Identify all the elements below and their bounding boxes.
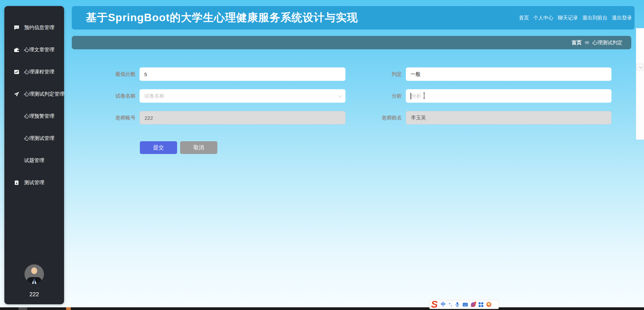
form-row: 试卷名称 试卷名称 分析 分析 (95, 89, 611, 103)
sidebar-menu: 预约信息管理 心理文章管理 心理课程管理 心理测试判定管理 (4, 6, 64, 194)
judgment-form: 最低分数 5 判定 一般 试卷名称 试卷名称 分析 分析 (95, 67, 611, 133)
judgment-label: 判定 (361, 71, 402, 78)
wallet-icon (14, 47, 19, 53)
cancel-button[interactable]: 取消 (180, 141, 217, 154)
skin-icon[interactable] (471, 302, 476, 307)
paper-name-label: 试卷名称 (95, 93, 136, 99)
page: 预约信息管理 心理文章管理 心理课程管理 心理测试判定管理 (0, 0, 644, 310)
toolbox-icon[interactable] (479, 302, 483, 307)
teacher-account-input: 222 (140, 111, 345, 124)
sidebar-item-psych-article[interactable]: 心理文章管理 (4, 39, 64, 61)
sidebar-item-psych-test[interactable]: 心理测试管理 (4, 127, 64, 149)
top-nav: 首页 个人中心 聊天记录 退出到前台 退出登录 (519, 6, 632, 30)
ime-toolbar: S 中 °, (429, 300, 499, 309)
sidebar-item-psych-course[interactable]: 心理课程管理 (4, 61, 64, 83)
grid-icon (14, 158, 19, 163)
analysis-input[interactable]: 分析 (406, 89, 611, 103)
grid-icon (14, 113, 19, 119)
sidebar-item-psych-warning[interactable]: 心理预警管理 (4, 105, 64, 127)
taskbar-icon-fragment (66, 307, 71, 310)
form-buttons: 提交 取消 (140, 141, 217, 154)
hamburger-separator-icon (585, 41, 589, 44)
punctuation-icon[interactable]: °, (449, 302, 452, 307)
microphone-icon[interactable] (455, 302, 460, 307)
sogou-logo-icon[interactable]: S (431, 300, 438, 309)
min-score-input[interactable]: 5 (140, 67, 345, 81)
analysis-label: 分析 (361, 93, 402, 99)
sidebar-item-label: 心理文章管理 (24, 47, 54, 53)
sidebar-item-question-mgmt[interactable]: 试题管理 (4, 149, 64, 171)
grid-icon (14, 136, 19, 141)
form-row: 最低分数 5 判定 一般 (95, 67, 611, 81)
page-title: 基于SpringBoot的大学生心理健康服务系统设计与实现 (86, 10, 358, 25)
sidebar-item-test-mgmt[interactable]: 测试管理 (4, 171, 64, 194)
sidebar: 预约信息管理 心理文章管理 心理课程管理 心理测试判定管理 (4, 6, 64, 304)
taskbar-icon-fragment (18, 307, 27, 310)
nav-logout-link[interactable]: 退出登录 (612, 15, 632, 21)
scroll-down-button[interactable] (637, 64, 643, 70)
form-row: 老师账号 222 老师姓名 李玉英 (95, 111, 611, 124)
ibeam-cursor-icon (422, 93, 426, 100)
paper-name-select[interactable]: 试卷名称 (140, 89, 345, 103)
sidebar-item-label: 心理课程管理 (24, 69, 54, 75)
min-score-label: 最低分数 (95, 71, 136, 78)
sidebar-username: 222 (4, 291, 64, 298)
sidebar-item-test-judgment[interactable]: 心理测试判定管理 (4, 83, 64, 105)
sidebar-item-label: 预约信息管理 (24, 24, 54, 31)
taskbar-edge (0, 307, 644, 310)
paper-plane-icon (14, 91, 19, 97)
judgment-input[interactable]: 一般 (406, 67, 611, 81)
nav-chat-history-link[interactable]: 聊天记录 (558, 15, 578, 21)
sidebar-item-label: 心理预警管理 (24, 113, 54, 119)
breadcrumb: 首页 心理测试判定 (72, 36, 631, 49)
submit-button[interactable]: 提交 (140, 141, 177, 154)
avatar[interactable] (24, 264, 44, 284)
breadcrumb-home[interactable]: 首页 (572, 40, 582, 46)
sidebar-item-label: 心理测试判定管理 (24, 91, 64, 97)
avatar-head (31, 267, 37, 274)
keyboard-icon[interactable] (463, 303, 468, 307)
comment-icon (14, 25, 19, 31)
teacher-name-input: 李玉英 (406, 111, 611, 124)
sidebar-item-appointment-info[interactable]: 预约信息管理 (4, 16, 64, 39)
teacher-name-label: 老师姓名 (361, 115, 402, 121)
emoji-icon[interactable] (486, 302, 491, 307)
chinese-mode-icon[interactable]: 中 (441, 301, 446, 308)
text-caret (411, 93, 411, 99)
breadcrumb-current: 心理测试判定 (592, 40, 623, 46)
header: 基于SpringBoot的大学生心理健康服务系统设计与实现 首页 个人中心 聊天… (72, 6, 635, 30)
clipboard-x-icon (14, 180, 19, 186)
avatar-tie (34, 279, 35, 284)
chevron-down-icon (639, 65, 642, 68)
nav-home-link[interactable]: 首页 (519, 15, 529, 21)
sidebar-item-label: 心理测试管理 (24, 135, 54, 142)
nav-profile-link[interactable]: 个人中心 (533, 15, 553, 21)
scrollbar-track[interactable] (636, 28, 644, 140)
sidebar-item-label: 试题管理 (24, 157, 44, 164)
teacher-account-label: 老师账号 (95, 115, 136, 121)
sidebar-item-label: 测试管理 (24, 179, 44, 186)
chart-line-icon (14, 69, 19, 75)
nav-exit-frontend-link[interactable]: 退出到前台 (582, 15, 607, 21)
